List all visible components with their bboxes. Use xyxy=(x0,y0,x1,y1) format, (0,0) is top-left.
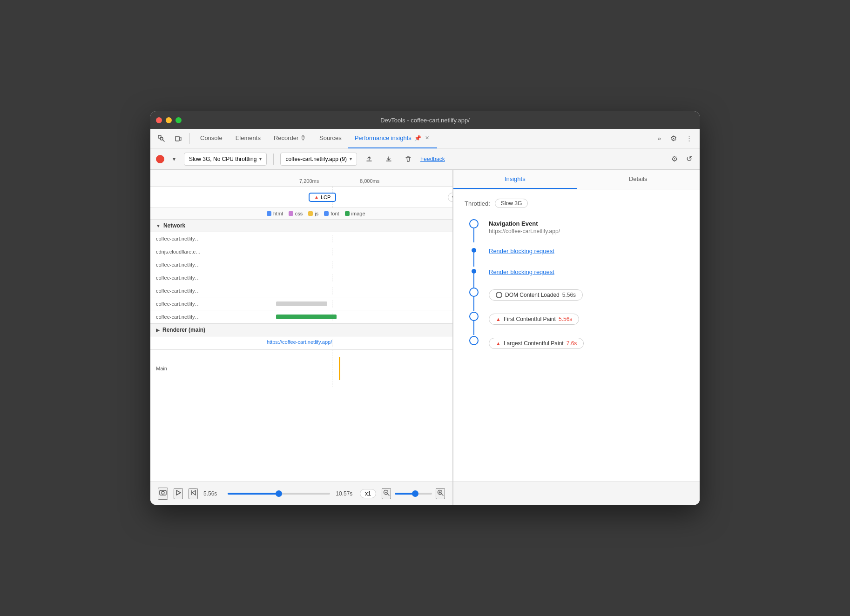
lcp-badge: ▲ LCP xyxy=(309,193,336,202)
network-throttling-dropdown[interactable]: Slow 3G, No CPU throttling ▾ xyxy=(184,153,267,166)
tab-elements[interactable]: Elements xyxy=(229,129,267,148)
playback-bar: 5.56s 10.57s x1 xyxy=(150,482,452,505)
tab-recorder[interactable]: Recorder 🎙 xyxy=(267,129,313,148)
row-name: cdnjs.cloudflare.c… xyxy=(156,249,267,254)
svg-rect-2 xyxy=(175,136,179,141)
renderer-header: ▶ Renderer (main) xyxy=(150,323,452,336)
image-label: image xyxy=(351,211,365,216)
throttle-row: Throttled: Slow 3G xyxy=(465,199,688,208)
settings-icon[interactable]: ⚙ xyxy=(667,132,681,145)
bar-area xyxy=(267,248,452,255)
dom-loaded-time: 5.56s xyxy=(562,292,576,298)
warning-triangle-icon: ▲ xyxy=(496,316,501,322)
network-label: Network xyxy=(163,222,185,229)
playback-slider[interactable] xyxy=(228,493,330,495)
event-line-4 xyxy=(473,297,474,311)
main-bar-area xyxy=(267,350,452,387)
settings-gear-icon[interactable]: ⚙ xyxy=(669,153,680,165)
render-blocking-link-2[interactable]: Render blocking request xyxy=(489,268,554,275)
more-tabs-button[interactable]: » xyxy=(654,133,665,144)
dropdown-arrow-icon[interactable]: ▾ xyxy=(169,154,179,164)
more-options-icon[interactable]: ⋮ xyxy=(682,133,696,144)
tab-sources[interactable]: Sources xyxy=(313,129,348,148)
zoom-slider[interactable] xyxy=(395,493,432,495)
zoom-in-button[interactable] xyxy=(436,488,445,499)
slider-thumb xyxy=(276,490,282,497)
slider-fill xyxy=(228,493,279,495)
main-thread-bar xyxy=(339,357,340,380)
minimize-button[interactable] xyxy=(166,117,172,123)
event-content-2: Render blocking request xyxy=(483,246,688,266)
delete-icon[interactable] xyxy=(401,154,416,165)
tab-details[interactable]: Details xyxy=(577,170,700,189)
event-connector-6 xyxy=(465,336,483,345)
tab-close-icon[interactable]: ✕ xyxy=(424,135,431,141)
row-name: coffee-cart.netlify… xyxy=(156,301,267,307)
renderer-bar-area: https://coffee-cart.netlify.app/ xyxy=(267,339,452,347)
legend-font: font xyxy=(324,211,339,216)
event-content-5: ▲ First Contentful Paint 5.56s xyxy=(483,312,688,336)
dom-loaded-label: DOM Content Loaded xyxy=(505,292,560,298)
bar-area xyxy=(267,274,452,281)
lcp-label: LCP xyxy=(321,194,331,200)
svg-point-5 xyxy=(162,491,164,494)
tab-console[interactable]: Console xyxy=(194,129,229,148)
screenshot-button[interactable] xyxy=(158,488,168,500)
tab-insights[interactable]: Insights xyxy=(453,170,577,189)
refresh-icon[interactable]: ↺ xyxy=(684,153,694,165)
device-toggle-icon[interactable] xyxy=(171,133,186,144)
lcp-marker-area: ▲ LCP › xyxy=(150,187,452,208)
event-line-5 xyxy=(473,321,474,335)
renderer-url-row: https://coffee-cart.netlify.app/ xyxy=(150,336,452,349)
target-dropdown[interactable]: coffee-cart.netlify.app (9) ▾ xyxy=(280,153,357,166)
slider-track[interactable] xyxy=(228,493,330,495)
download-icon[interactable] xyxy=(381,154,396,165)
network-bar-gray xyxy=(276,301,327,306)
event-connector-2 xyxy=(465,246,483,267)
tab-performance-insights[interactable]: Performance insights 📌 ✕ xyxy=(348,129,437,148)
inspector-icon[interactable] xyxy=(154,133,169,144)
render-blocking-link-1[interactable]: Render blocking request xyxy=(489,248,554,254)
row-name: coffee-cart.netlify… xyxy=(156,236,267,241)
table-row: coffee-cart.netlify… xyxy=(150,297,452,310)
renderer-label: Renderer (main) xyxy=(162,327,205,333)
event-line xyxy=(473,228,474,242)
bar-area xyxy=(267,313,452,321)
event-navigation: Navigation Event https://coffee-cart.net… xyxy=(465,219,688,246)
right-panel-playback xyxy=(453,482,700,505)
legend-image: image xyxy=(345,211,365,216)
speed-selector[interactable]: x1 xyxy=(360,489,376,498)
expand-arrow-icon[interactable]: ▼ xyxy=(156,223,161,228)
speed-label: x1 xyxy=(365,490,371,497)
svg-point-1 xyxy=(160,137,163,140)
maximize-button[interactable] xyxy=(175,117,182,123)
upload-icon[interactable] xyxy=(362,154,377,165)
zoom-thumb xyxy=(412,490,418,497)
timeline-time-header: 7,200ms 8,000ms xyxy=(150,170,452,187)
skip-to-start-button[interactable] xyxy=(189,488,198,499)
record-button[interactable] xyxy=(156,155,164,163)
playback-end-time: 10.57s xyxy=(336,490,354,497)
bar-area xyxy=(267,300,452,308)
table-row: cdnjs.cloudflare.c… xyxy=(150,245,452,258)
playback-start-time: 5.56s xyxy=(203,490,222,497)
feedback-link[interactable]: Feedback xyxy=(420,156,445,162)
renderer-url[interactable]: https://coffee-cart.netlify.app/ xyxy=(267,339,332,345)
close-button[interactable] xyxy=(156,117,162,123)
network-header: ▼ Network xyxy=(150,220,452,232)
lcp-badge-insight: ▲ Largest Contentful Paint 7.6s xyxy=(489,338,584,349)
expand-arrow-icon-2[interactable]: ▶ xyxy=(156,328,160,333)
main-content: 7,200ms 8,000ms ▲ LCP › xyxy=(150,170,700,505)
network-section: ▼ Network coffee-cart.netlify… cdnjs.clo… xyxy=(150,220,452,482)
play-button[interactable] xyxy=(174,488,183,499)
event-content: Navigation Event https://coffee-cart.net… xyxy=(483,219,688,246)
zoom-controls xyxy=(382,488,445,499)
fcp-badge: ▲ First Contentful Paint 5.56s xyxy=(489,314,579,325)
window-title: DevTools - coffee-cart.netlify.app/ xyxy=(380,117,470,124)
event-dot-icon-2 xyxy=(472,269,476,274)
dashed-ref-line xyxy=(332,287,332,295)
legend-html: html xyxy=(267,211,283,216)
row-name: coffee-cart.netlify… xyxy=(156,314,267,320)
event-subtitle: https://coffee-cart.netlify.app/ xyxy=(489,228,688,234)
zoom-out-button[interactable] xyxy=(382,488,391,499)
